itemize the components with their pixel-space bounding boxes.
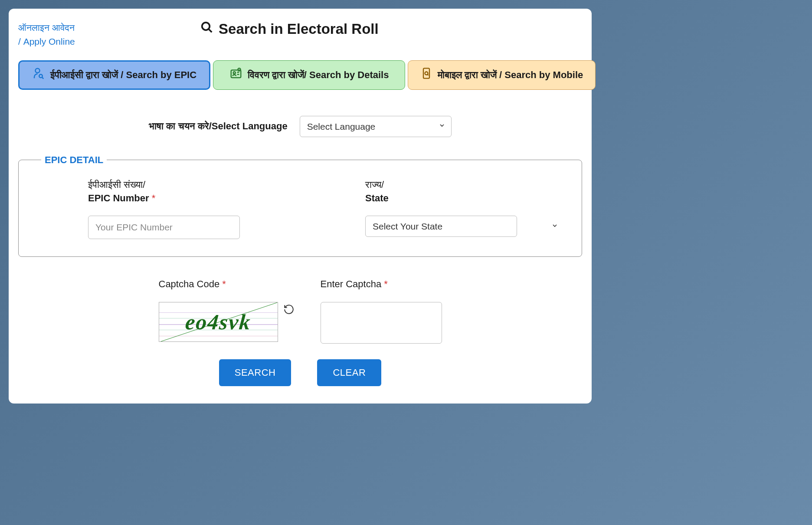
tab-search-by-details[interactable]: विवरण द्वारा खोजें/ Search by Details xyxy=(213,60,405,90)
state-select-wrap: Select Your State xyxy=(365,216,564,237)
tab-epic-label: ईपीआईसी द्वारा खोजें / Search by EPIC xyxy=(50,69,196,82)
epic-number-input[interactable] xyxy=(88,216,240,239)
language-select-wrap: Select Language xyxy=(300,116,452,137)
epic-label-hi: ईपीआईसी संख्या/ xyxy=(88,179,145,190)
svg-line-12 xyxy=(427,74,428,75)
captcha-code-col: Captcha Code * eo4svk xyxy=(159,279,295,342)
epic-label: ईपीआईसी संख्या/ EPIC Number * xyxy=(88,178,287,206)
svg-line-4 xyxy=(42,77,43,79)
tab-mobile-label: मोबाइल द्वारा खोजें / Search by Mobile xyxy=(438,69,583,82)
enter-captcha-col: Enter Captcha * xyxy=(321,279,442,344)
mobile-icon xyxy=(420,67,432,83)
id-card-icon xyxy=(229,67,242,83)
enter-captcha-label: Enter Captcha * xyxy=(321,279,442,290)
header: ऑनलाइन आवेदन / Apply Online Search in El… xyxy=(18,21,582,48)
captcha-section: Captcha Code * eo4svk xyxy=(18,279,582,344)
language-row: भाषा का चयन करे/Select Language Select L… xyxy=(18,116,582,137)
language-select[interactable]: Select Language xyxy=(300,116,452,137)
captcha-image: eo4svk xyxy=(159,302,278,342)
state-label: राज्य/ State xyxy=(365,178,564,206)
state-label-hi: राज्य/ xyxy=(365,179,384,190)
search-icon xyxy=(200,21,213,37)
required-asterisk: * xyxy=(222,279,226,289)
svg-line-1 xyxy=(209,29,212,33)
title-wrap: Search in Electoral Roll xyxy=(0,21,582,37)
svg-point-3 xyxy=(39,75,43,78)
search-button[interactable]: SEARCH xyxy=(219,359,291,386)
captcha-image-row: eo4svk xyxy=(159,302,295,342)
epic-label-en: EPIC Number xyxy=(88,193,149,203)
form-row: ईपीआईसी संख्या/ EPIC Number * राज्य/ Sta… xyxy=(36,178,564,240)
page-title: Search in Electoral Roll xyxy=(200,21,379,37)
captcha-input[interactable] xyxy=(321,302,442,344)
language-label: भाषा का चयन करे/Select Language xyxy=(149,121,287,132)
person-search-icon xyxy=(32,67,45,83)
clear-button[interactable]: CLEAR xyxy=(317,359,381,386)
tab-details-label: विवरण द्वारा खोजें/ Search by Details xyxy=(248,69,389,82)
refresh-captcha-icon[interactable] xyxy=(283,304,295,317)
epic-detail-fieldset: EPIC DETAIL ईपीआईसी संख्या/ EPIC Number … xyxy=(18,154,582,257)
state-label-en: State xyxy=(365,193,389,203)
fieldset-legend: EPIC DETAIL xyxy=(41,154,107,166)
captcha-text: eo4svk xyxy=(184,309,252,335)
svg-point-0 xyxy=(202,23,210,30)
tab-search-by-mobile[interactable]: मोबाइल द्वारा खोजें / Search by Mobile xyxy=(408,60,596,90)
state-select[interactable]: Select Your State xyxy=(365,216,517,237)
main-card: ऑनलाइन आवेदन / Apply Online Search in El… xyxy=(9,9,592,404)
apply-link-en: / Apply Online xyxy=(18,36,75,46)
captcha-code-label: Captcha Code * xyxy=(159,279,295,290)
required-asterisk: * xyxy=(384,279,388,289)
tabs: ईपीआईसी द्वारा खोजें / Search by EPIC वि… xyxy=(18,60,582,90)
chevron-down-icon xyxy=(551,222,558,231)
svg-rect-10 xyxy=(423,68,429,78)
state-group: राज्य/ State Select Your State xyxy=(365,178,564,240)
tab-search-by-epic[interactable]: ईपीआईसी द्वारा खोजें / Search by EPIC xyxy=(18,60,210,90)
page-title-text: Search in Electoral Roll xyxy=(219,21,379,37)
required-asterisk: * xyxy=(152,193,156,203)
epic-number-group: ईपीआईसी संख्या/ EPIC Number * xyxy=(88,178,287,240)
buttons-row: SEARCH CLEAR xyxy=(18,359,582,386)
svg-point-6 xyxy=(233,72,235,74)
svg-point-2 xyxy=(35,69,39,73)
